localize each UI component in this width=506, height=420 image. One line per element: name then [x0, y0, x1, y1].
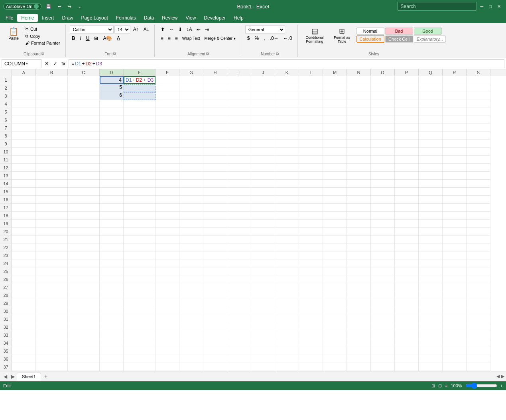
cell-N27[interactable] [347, 283, 371, 291]
cell-G3[interactable] [179, 92, 203, 100]
cell-H24[interactable] [203, 259, 227, 267]
cell-E17[interactable] [124, 204, 156, 212]
view-page-layout-icon[interactable]: ⊟ [438, 383, 442, 389]
cell-Q32[interactable] [419, 323, 443, 331]
cell-C37[interactable] [68, 363, 100, 371]
row-num-14[interactable]: 14 [0, 180, 12, 188]
cell-M30[interactable] [323, 307, 347, 315]
cell-B17[interactable] [36, 204, 68, 212]
cell-P5[interactable] [395, 108, 419, 116]
cell-E33[interactable] [124, 331, 156, 339]
cell-D11[interactable] [100, 156, 124, 164]
cell-J2[interactable] [251, 84, 275, 92]
cell-N24[interactable] [347, 259, 371, 267]
cell-C20[interactable] [68, 228, 100, 236]
cell-D35[interactable] [100, 347, 124, 355]
cell-L7[interactable] [299, 124, 323, 132]
minimize-button[interactable]: ─ [478, 3, 486, 10]
cell-Q5[interactable] [419, 108, 443, 116]
cell-S33[interactable] [467, 331, 490, 339]
cell-N9[interactable] [347, 140, 371, 148]
cell-I27[interactable] [227, 283, 251, 291]
cell-A34[interactable] [12, 339, 36, 347]
cell-S25[interactable] [467, 267, 490, 275]
cell-P21[interactable] [395, 236, 419, 243]
cell-R28[interactable] [443, 291, 467, 299]
cell-P36[interactable] [395, 355, 419, 363]
cell-A2[interactable] [12, 84, 36, 92]
row-num-28[interactable]: 28 [0, 291, 12, 299]
cell-P17[interactable] [395, 204, 419, 212]
autosave-toggle[interactable]: AutoSave On [3, 3, 41, 10]
row-num-25[interactable]: 25 [0, 267, 12, 275]
row-num-16[interactable]: 16 [0, 196, 12, 204]
cell-H2[interactable] [203, 84, 227, 92]
cell-M22[interactable] [323, 243, 347, 251]
cell-E27[interactable] [124, 283, 156, 291]
cell-B31[interactable] [36, 315, 68, 323]
cell-P24[interactable] [395, 259, 419, 267]
cell-J25[interactable] [251, 267, 275, 275]
cell-L12[interactable] [299, 164, 323, 172]
cell-L29[interactable] [299, 299, 323, 307]
cell-I15[interactable] [227, 188, 251, 196]
cell-L34[interactable] [299, 339, 323, 347]
cell-G31[interactable] [179, 315, 203, 323]
cell-C32[interactable] [68, 323, 100, 331]
cell-I30[interactable] [227, 307, 251, 315]
cell-K21[interactable] [275, 236, 299, 243]
cell-B24[interactable] [36, 259, 68, 267]
cell-H6[interactable] [203, 116, 227, 124]
cell-F35[interactable] [156, 347, 179, 355]
row-num-11[interactable]: 11 [0, 156, 12, 164]
cell-N25[interactable] [347, 267, 371, 275]
cell-E5[interactable] [124, 108, 156, 116]
cell-J15[interactable] [251, 188, 275, 196]
cell-J7[interactable] [251, 124, 275, 132]
cell-C21[interactable] [68, 236, 100, 243]
cell-I6[interactable] [227, 116, 251, 124]
row-num-12[interactable]: 12 [0, 164, 12, 172]
cell-Q13[interactable] [419, 172, 443, 180]
cell-S37[interactable] [467, 363, 490, 371]
cell-R5[interactable] [443, 108, 467, 116]
cell-C17[interactable] [68, 204, 100, 212]
cell-G1[interactable] [179, 76, 203, 84]
cell-B36[interactable] [36, 355, 68, 363]
style-good[interactable]: Good [414, 27, 442, 35]
cell-B34[interactable] [36, 339, 68, 347]
cell-O4[interactable] [371, 100, 395, 108]
cell-G2[interactable] [179, 84, 203, 92]
cell-D2[interactable]: 5 [100, 84, 124, 92]
cell-A30[interactable] [12, 307, 36, 315]
cell-M1[interactable] [323, 76, 347, 84]
cell-R22[interactable] [443, 243, 467, 251]
cell-F23[interactable] [156, 251, 179, 259]
text-direction-button[interactable]: ↕A [185, 26, 194, 33]
col-header-c[interactable]: C [68, 69, 100, 76]
cell-P23[interactable] [395, 251, 419, 259]
cell-R32[interactable] [443, 323, 467, 331]
cell-N22[interactable] [347, 243, 371, 251]
cell-I28[interactable] [227, 291, 251, 299]
row-num-15[interactable]: 15 [0, 188, 12, 196]
menu-help[interactable]: Help [230, 14, 248, 22]
cell-K22[interactable] [275, 243, 299, 251]
cell-H1[interactable] [203, 76, 227, 84]
cell-R7[interactable] [443, 124, 467, 132]
cell-F29[interactable] [156, 299, 179, 307]
cell-J37[interactable] [251, 363, 275, 371]
name-box-dropdown[interactable]: ▾ [26, 61, 28, 66]
cell-E18[interactable] [124, 212, 156, 220]
cell-I22[interactable] [227, 243, 251, 251]
cell-J8[interactable] [251, 132, 275, 140]
cell-N5[interactable] [347, 108, 371, 116]
cell-M3[interactable] [323, 92, 347, 100]
cell-E32[interactable] [124, 323, 156, 331]
cell-N37[interactable] [347, 363, 371, 371]
cell-K30[interactable] [275, 307, 299, 315]
cell-H12[interactable] [203, 164, 227, 172]
cell-C9[interactable] [68, 140, 100, 148]
style-calculation[interactable]: Calculation [356, 35, 384, 43]
cell-S11[interactable] [467, 156, 490, 164]
